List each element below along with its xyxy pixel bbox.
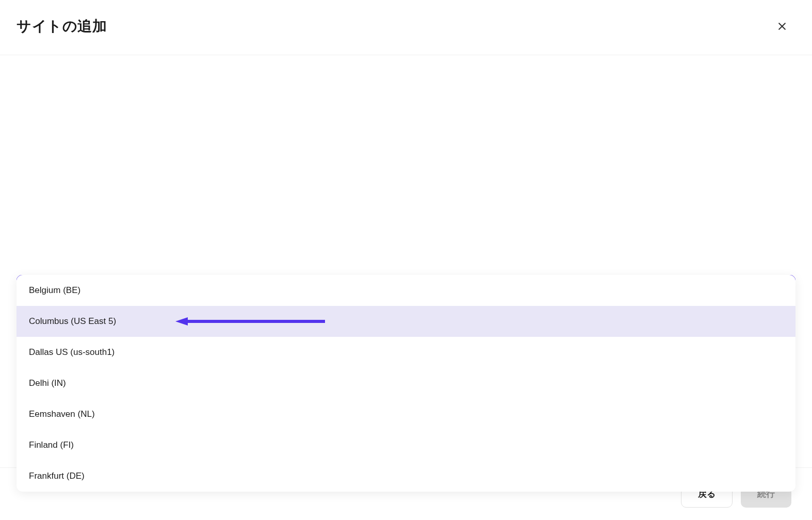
dropdown-item-delhi[interactable]: Delhi (IN) — [17, 368, 795, 399]
arrow-left-icon — [175, 316, 325, 327]
close-icon — [777, 21, 787, 31]
location-dropdown-panel: Belgium (BE) Columbus (US East 5) Dallas… — [17, 275, 795, 492]
dropdown-item-dallas[interactable]: Dallas US (us-south1) — [17, 337, 795, 368]
highlight-arrow-annotation — [175, 316, 325, 327]
dropdown-item-columbus[interactable]: Columbus (US East 5) — [17, 306, 795, 337]
modal-header: サイトの追加 — [0, 0, 812, 55]
close-button[interactable] — [773, 17, 791, 36]
dropdown-item-belgium[interactable]: Belgium (BE) — [17, 275, 795, 306]
dropdown-item-eemshaven[interactable]: Eemshaven (NL) — [17, 399, 795, 430]
modal-content: Belgium (BE) Columbus (US East 5) Dallas… — [0, 275, 812, 360]
svg-marker-3 — [175, 317, 188, 326]
dropdown-item-label: Columbus (US East 5) — [29, 316, 116, 326]
dropdown-item-frankfurt[interactable]: Frankfurt (DE) — [17, 461, 795, 492]
dropdown-item-finland[interactable]: Finland (FI) — [17, 430, 795, 461]
page-title: サイトの追加 — [17, 17, 107, 36]
